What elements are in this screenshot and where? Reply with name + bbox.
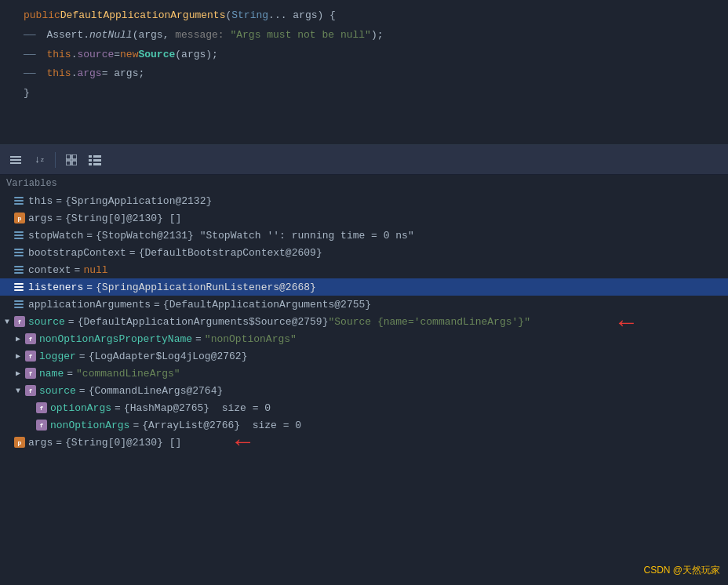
var-row-listeners[interactable]: listeners = {SpringApplicationRunListene… bbox=[0, 278, 728, 296]
icon-f-source-child: f bbox=[25, 385, 36, 396]
var-str-source: "Source {name='commandLineArgs'}" bbox=[328, 316, 530, 328]
svg-rect-3 bbox=[66, 154, 71, 159]
source-class-label: Source bbox=[138, 47, 175, 64]
var-eq11: = bbox=[67, 368, 73, 380]
var-row-source-child[interactable]: ▼ f source = {CommandLineArgs@2764} bbox=[0, 382, 728, 399]
icon-lines-lst bbox=[14, 282, 25, 292]
icon-f-nonopt: f bbox=[25, 333, 36, 344]
red-arrow-2: ← bbox=[235, 431, 250, 456]
var-row-args-bottom[interactable]: p args = {String[0]@2130} [] ← bbox=[0, 434, 728, 451]
red-arrow-1: ← bbox=[619, 311, 634, 336]
var-val-source-child: {CommandLineArgs@2764} bbox=[89, 385, 224, 397]
var-name-nonoptargs: nonOptionArgs bbox=[50, 420, 129, 431]
var-eq3: = bbox=[86, 230, 93, 242]
svg-rect-6 bbox=[72, 161, 77, 165]
var-val-source-root: {DefaultApplicationArguments$Source@2759… bbox=[78, 316, 329, 328]
grid-icon bbox=[66, 154, 77, 165]
var-name-bootstrap: bootstrapContext bbox=[28, 247, 126, 259]
var-name-logger: logger bbox=[39, 351, 76, 362]
comment-message: message: bbox=[175, 27, 230, 44]
toolbar-separator bbox=[55, 152, 56, 168]
icon-f-logger: f bbox=[25, 351, 36, 362]
expand-nonoptprop[interactable]: ▶ bbox=[16, 334, 25, 343]
source-args: (args); bbox=[175, 47, 218, 64]
code-line-4: —— this . args = args; bbox=[0, 64, 728, 84]
variables-panel: Variables this = {SpringApplication@2132… bbox=[0, 175, 728, 585]
dash2: —— bbox=[24, 47, 42, 64]
dash3: —— bbox=[24, 66, 42, 82]
var-name-args: args bbox=[28, 213, 53, 224]
var-val-nonoptargs: {ArrayList@2766} size = 0 bbox=[142, 420, 301, 431]
svg-rect-10 bbox=[93, 159, 101, 162]
svg-rect-0 bbox=[10, 156, 21, 158]
param-rest: ... args) { bbox=[268, 8, 336, 24]
var-row-source-root[interactable]: ▼ f source = {DefaultApplicationArgument… bbox=[0, 313, 728, 330]
var-row-context[interactable]: context = null bbox=[0, 261, 728, 278]
panel-header: Variables bbox=[0, 175, 728, 192]
args-eq: = args; bbox=[102, 66, 145, 82]
expand-source-child[interactable]: ▼ bbox=[16, 387, 25, 395]
var-eq7: = bbox=[154, 299, 160, 311]
var-name-context: context bbox=[28, 264, 71, 276]
notnull-args: (args, bbox=[133, 27, 176, 44]
var-val-listeners: {SpringApplicationRunListeners@2668} bbox=[96, 282, 316, 293]
kw-this2: this bbox=[46, 66, 71, 82]
svg-rect-12 bbox=[93, 163, 101, 165]
var-eq2: = bbox=[56, 213, 62, 224]
assert-class: Assert. bbox=[46, 27, 89, 44]
icon-lines-ctx bbox=[14, 264, 25, 275]
var-val-appargs: {DefaultApplicationArguments@2755} bbox=[163, 299, 371, 311]
var-name-appargs: applicationArguments bbox=[28, 299, 151, 311]
toolbar-btn-sort[interactable]: ↓z bbox=[30, 151, 49, 169]
svg-rect-4 bbox=[72, 154, 77, 159]
string-args-null: "Args must not be null" bbox=[230, 27, 370, 44]
code-line-3: —— this . source = new Source (args); bbox=[0, 45, 728, 65]
var-row-optionargs[interactable]: f optionArgs = {HashMap@2765} size = 0 bbox=[0, 399, 728, 416]
param-type: String bbox=[231, 8, 268, 24]
var-row-stopwatch[interactable]: stopWatch = {StopWatch@2131} "StopWatch … bbox=[0, 227, 728, 244]
toolbar-btn-hamburger[interactable] bbox=[6, 151, 25, 169]
var-row-nonoptargs[interactable]: f nonOptionArgs = {ArrayList@2766} size … bbox=[0, 416, 728, 434]
icon-f-name: f bbox=[25, 368, 36, 379]
var-row-logger[interactable]: ▶ f logger = {LogAdapter$Log4jLog@2762} bbox=[0, 347, 728, 365]
var-eq12: = bbox=[79, 385, 86, 397]
keyword-public: public bbox=[24, 8, 60, 24]
icon-lines-aa bbox=[14, 299, 25, 310]
toolbar-btn-list[interactable] bbox=[86, 151, 104, 169]
dot: . bbox=[71, 47, 78, 64]
svg-rect-2 bbox=[10, 162, 21, 164]
icon-f-optionargs: f bbox=[36, 402, 47, 413]
var-name-this: this bbox=[28, 195, 53, 207]
var-row-bootstrap[interactable]: bootstrapContext = {DefaultBootstrapCont… bbox=[0, 244, 728, 261]
args-field: args bbox=[77, 66, 101, 82]
var-name-source-child: source bbox=[39, 385, 76, 397]
list-icon bbox=[89, 154, 101, 165]
var-val-optionargs: {HashMap@2765} size = 0 bbox=[124, 402, 271, 414]
expand-logger[interactable]: ▶ bbox=[16, 351, 25, 361]
icon-lines-sw bbox=[14, 230, 25, 241]
var-val-args-bottom: {String[0]@2130} [] bbox=[65, 437, 181, 449]
eq: = bbox=[114, 47, 120, 64]
var-eq8: = bbox=[68, 316, 75, 328]
var-row-this[interactable]: this = {SpringApplication@2132} bbox=[0, 192, 728, 209]
var-eq9: = bbox=[195, 333, 202, 345]
svg-rect-7 bbox=[89, 155, 92, 158]
icon-p-args: p bbox=[14, 213, 25, 223]
var-val-context: null bbox=[83, 264, 107, 276]
dash: —— bbox=[24, 27, 42, 44]
var-row-args[interactable]: p args = {String[0]@2130} [] bbox=[0, 209, 728, 227]
var-name-name: name bbox=[39, 368, 64, 380]
not-null-method: notNull bbox=[89, 27, 133, 44]
expand-source-root[interactable]: ▼ bbox=[5, 318, 14, 326]
var-eq4: = bbox=[129, 247, 136, 259]
var-row-name[interactable]: ▶ f name = "commandLineArgs" bbox=[0, 365, 728, 382]
var-eq10: = bbox=[79, 351, 86, 362]
expand-name[interactable]: ▶ bbox=[16, 369, 25, 378]
var-name-stopwatch: stopWatch bbox=[28, 230, 83, 242]
toolbar-btn-grid[interactable] bbox=[62, 151, 81, 169]
var-eq14: = bbox=[133, 420, 139, 431]
var-eq15: = bbox=[56, 437, 62, 449]
svg-rect-9 bbox=[89, 159, 92, 162]
code-line-2: —— Assert. notNull (args, message: "Args… bbox=[0, 26, 728, 45]
var-eq: = bbox=[56, 195, 62, 207]
